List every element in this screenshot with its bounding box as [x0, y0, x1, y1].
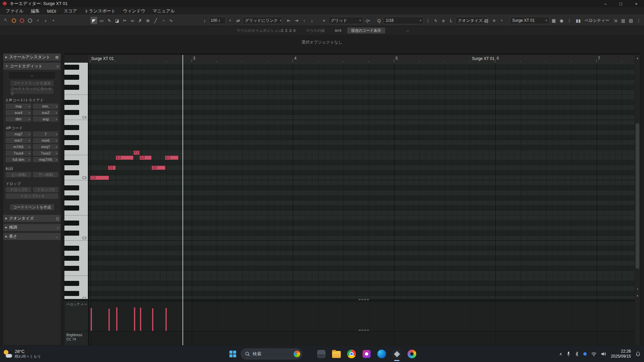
chord-arrow-icon[interactable]: ▸: [56, 118, 57, 121]
chord-arrow-icon[interactable]: ▸: [29, 152, 30, 155]
insert-velocity-value[interactable]: 100 ▴▾: [209, 17, 226, 24]
snap-icon[interactable]: ×: [321, 17, 327, 24]
piano-key-g1[interactable]: [64, 261, 88, 266]
grid-type-dropdown[interactable]: グリッド ▾: [328, 17, 363, 24]
chord-arrow-icon[interactable]: ▸: [29, 145, 30, 148]
midi-note-e3[interactable]: E3: [116, 156, 133, 160]
midi-note-c3[interactable]: C3: [90, 176, 109, 180]
chord-arrow-icon[interactable]: ▸: [29, 111, 30, 114]
add-chord-track-button[interactable]: コードトラックを追加: [10, 80, 54, 86]
piano-key-c2[interactable]: C2: [64, 236, 88, 241]
taskbar-app-edge[interactable]: [377, 346, 386, 362]
weather-widget[interactable]: 28°C 晴れ時々くもり: [3, 346, 41, 362]
piano-key-fsharp4[interactable]: [64, 85, 88, 90]
piano-key-dsharp1[interactable]: [64, 281, 88, 286]
curve-tool[interactable]: ∿: [168, 17, 174, 24]
chord-button-min7[interactable]: min7▸: [6, 138, 31, 143]
part-editing-icon[interactable]: ▤: [483, 17, 490, 24]
chord-button-aug[interactable]: aug▸: [33, 116, 58, 122]
nudge-icon-2[interactable]: ↑: [301, 17, 308, 24]
current-chord-display-button[interactable]: 現在のコード表示: [347, 27, 385, 34]
acoustic-feedback-button[interactable]: [20, 18, 24, 23]
chord-button-min6[interactable]: min6▸: [33, 138, 58, 143]
scrollbar-thumb[interactable]: [636, 123, 639, 268]
open-in-window-icon[interactable]: ⇲: [612, 17, 619, 24]
taskbar-app-chrome-ring[interactable]: [408, 346, 416, 362]
autoscroll-button[interactable]: [28, 18, 32, 23]
taskbar-clock[interactable]: 22:26 2025/09/15: [611, 349, 631, 359]
section-transpose[interactable]: ▶ 移調 ♪: [3, 224, 61, 231]
piano-key-d3[interactable]: [64, 165, 88, 170]
piano-key-dsharp2[interactable]: [64, 221, 88, 226]
mute-tool[interactable]: ✗: [137, 17, 144, 24]
velocity-bar[interactable]: [116, 307, 117, 331]
nudge-icon-0[interactable]: ⇤: [285, 17, 292, 24]
tray-chevron-icon[interactable]: ∧: [559, 352, 562, 356]
taskbar-app-clipchamp[interactable]: [362, 346, 371, 362]
setup-dots-icon[interactable]: ⋮: [635, 17, 642, 24]
menu-item-1[interactable]: 編集: [27, 8, 43, 14]
piano-key-asharp3[interactable]: [64, 125, 88, 130]
nudge-icon-3[interactable]: ↓: [309, 17, 315, 24]
match-chord-track-button[interactable]: コードトラックに合わせる: [10, 88, 54, 94]
piano-key-g2[interactable]: [64, 200, 88, 205]
glue-tool[interactable]: ∞: [129, 17, 136, 24]
move-up-button[interactable]: 上へ移動: [6, 172, 31, 177]
volume-icon[interactable]: [601, 352, 606, 356]
spinner-icons[interactable]: ▴▾: [219, 19, 220, 22]
iterative-quantize-icon[interactable]: ϟ: [432, 17, 439, 24]
split-tool[interactable]: ✂: [121, 17, 128, 24]
chord-arrow-icon[interactable]: ▸: [56, 105, 57, 108]
microphone-icon[interactable]: [567, 351, 571, 357]
piano-key-e1[interactable]: [64, 276, 88, 281]
piano-key-c1[interactable]: C1: [64, 296, 88, 299]
piano-key-a3[interactable]: [64, 130, 88, 135]
note-display-icon[interactable]: ♪: [42, 17, 49, 24]
piano-key-a2[interactable]: [64, 190, 88, 195]
more-dots-icon[interactable]: ⋮: [425, 17, 431, 24]
insert-velocity-caret[interactable]: ▾: [227, 17, 233, 24]
edited-part-dropdown[interactable]: Surge XT 01 ▾: [510, 17, 549, 24]
nudge-icon-1[interactable]: ⇥: [293, 17, 300, 24]
midi-note-f3[interactable]: F3: [133, 150, 140, 155]
piano-key-c4[interactable]: C4: [64, 115, 88, 120]
piano-key-a1[interactable]: [64, 251, 88, 256]
chord-button-sus2[interactable]: sus2▸: [33, 110, 58, 115]
midi-note-e3[interactable]: E3: [165, 156, 178, 160]
more-dots-icon[interactable]: ⋮: [566, 17, 573, 24]
piano-key-g4[interactable]: [64, 80, 88, 85]
taskbar-app-cubase[interactable]: [392, 346, 401, 362]
chord-arrow-icon[interactable]: ▸: [56, 111, 57, 114]
velocity-bar[interactable]: [91, 308, 92, 331]
piano-key-f3[interactable]: [64, 150, 88, 155]
drop-2-4-button[interactable]: ドロップ2 + 4: [6, 193, 58, 199]
piano-key-a4[interactable]: [64, 70, 88, 75]
piano-key-d2[interactable]: [64, 226, 88, 231]
independent-loop-icon[interactable]: ◉: [558, 17, 565, 24]
chord-button-7[interactable]: 7▸: [33, 131, 58, 137]
velocity-bar[interactable]: [108, 309, 110, 331]
piano-key-b1[interactable]: [64, 241, 88, 246]
piano-key-b2[interactable]: [64, 180, 88, 185]
chord-button-maj7-sharp5[interactable]: maj7/#5▸: [33, 157, 58, 162]
velocity-bar[interactable]: [134, 307, 135, 331]
chord-arrow-icon[interactable]: ▸: [56, 139, 57, 142]
left-zone-icon[interactable]: ▥: [620, 17, 627, 24]
piano-key-d1[interactable]: [64, 286, 88, 291]
drop-2-button[interactable]: ドロップ2: [6, 187, 31, 192]
tray-app-icon[interactable]: [583, 352, 587, 356]
section-quantize[interactable]: ▶ クオンタイズ Q: [3, 215, 61, 222]
notification-bell-icon[interactable]: [635, 351, 641, 357]
scroll-up-icon[interactable]: ▴: [635, 56, 640, 60]
chord-button-sus4[interactable]: sus4▸: [6, 110, 31, 115]
chord-arrow-icon[interactable]: ▸: [29, 158, 30, 161]
chord-button-7sus2[interactable]: 7sus2▸: [33, 150, 58, 156]
taskbar-app-window[interactable]: [317, 346, 326, 362]
chord-arrow-icon[interactable]: ▸: [56, 158, 57, 161]
taskbar-app-folder[interactable]: [332, 346, 341, 362]
create-chord-event-button[interactable]: コードイベントを作成: [10, 204, 54, 210]
menu-item-5[interactable]: ウィンドウ: [119, 8, 149, 14]
chord-arrow-icon[interactable]: ▸: [56, 133, 57, 136]
length-quantize-icon[interactable]: L: [448, 17, 454, 24]
velocity-bar[interactable]: [165, 308, 167, 331]
